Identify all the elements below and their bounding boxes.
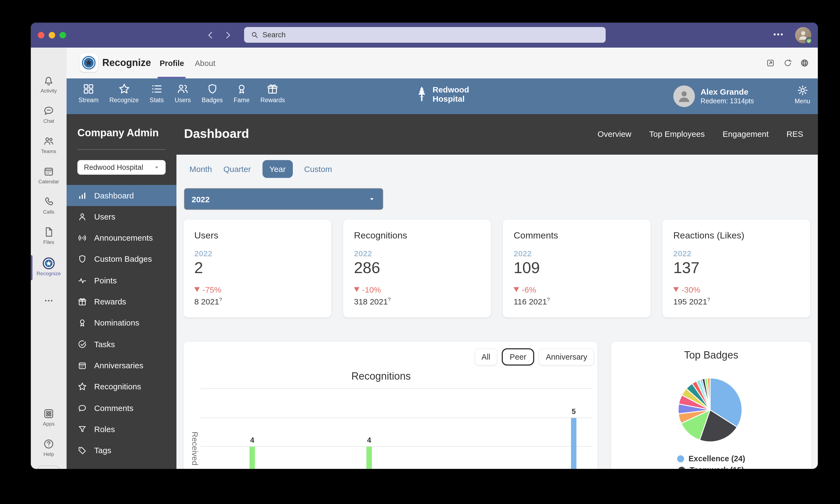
window-titlebar: Search •••	[31, 23, 818, 48]
app-title: Recognize	[102, 57, 151, 69]
nav-item-recognize[interactable]: Recognize	[104, 78, 144, 114]
refresh-icon[interactable]	[783, 58, 792, 68]
sidebar-item-anniversaries[interactable]: Anniversaries	[67, 355, 176, 376]
dashboard-header: Dashboard Overview Top Employees Engagem…	[176, 114, 818, 155]
filter-anniversary-button[interactable]: Anniversary	[539, 348, 594, 365]
sidebar-item-custom-badges[interactable]: Custom Badges	[67, 248, 176, 269]
hint-icon[interactable]: ?	[388, 296, 391, 302]
search-input[interactable]: Search	[244, 27, 606, 43]
rail-item-recognize[interactable]: Recognize	[31, 257, 67, 276]
nav-item-stats[interactable]: Stats	[144, 78, 169, 114]
account-avatar[interactable]	[795, 27, 811, 43]
user-profile-menu[interactable]: Alex Grande Redeem: 1314pts	[673, 86, 754, 107]
sidebar-item-points[interactable]: Points	[67, 270, 176, 291]
screen: Search ••• Activity Chat Teams	[0, 0, 840, 504]
year-select[interactable]: 2022	[184, 188, 383, 210]
medal-icon	[77, 318, 87, 327]
rail-item-calls[interactable]: Calls	[31, 196, 67, 215]
popout-icon[interactable]	[766, 58, 775, 68]
globe-icon[interactable]	[800, 58, 809, 68]
nav-item-users[interactable]: Users	[169, 78, 196, 114]
tab-profile[interactable]: Profile	[160, 59, 184, 68]
sidebar-item-recognitions[interactable]: Recognitions	[67, 376, 176, 397]
period-tab-year[interactable]: Year	[262, 160, 293, 178]
gift-icon	[77, 296, 87, 306]
legend-item-teamwork[interactable]: Teamwork (15)	[611, 466, 811, 469]
teams-window: Search ••• Activity Chat Teams	[31, 23, 818, 469]
down-triangle-icon	[194, 287, 200, 292]
list-icon	[151, 83, 163, 95]
close-window-button[interactable]	[38, 32, 45, 38]
nav-item-rewards[interactable]: Rewards	[255, 78, 291, 114]
nav-item-badges[interactable]: Badges	[196, 78, 228, 114]
hint-icon[interactable]: ?	[547, 296, 550, 302]
nav-item-stream[interactable]: Stream	[73, 78, 104, 114]
rail-item-chat[interactable]: Chat	[31, 105, 67, 124]
rail-item-apps[interactable]: Apps	[31, 408, 67, 427]
down-triangle-icon	[354, 287, 360, 292]
rail-item-activity[interactable]: Activity	[31, 75, 67, 93]
recognize-logo-icon	[43, 257, 55, 269]
hint-icon[interactable]: ?	[219, 296, 222, 302]
funnel-icon	[77, 424, 87, 434]
period-tab-month[interactable]: Month	[189, 164, 212, 174]
zoom-window-button[interactable]	[59, 32, 66, 38]
sidebar-item-dashboard[interactable]: Dashboard	[67, 185, 176, 206]
filter-peer-button[interactable]: Peer	[502, 348, 535, 365]
tag-icon	[77, 445, 87, 455]
nav-item-fame[interactable]: Fame	[228, 78, 255, 114]
bell-icon	[43, 75, 55, 87]
sidebar-item-users[interactable]: Users	[67, 206, 176, 227]
svg-text:5: 5	[572, 408, 576, 416]
tab-about[interactable]: About	[195, 59, 215, 68]
sidebar-item-announcements[interactable]: Announcements	[67, 227, 176, 248]
company-logo: Redwood Hospital	[415, 85, 469, 103]
app-header: Recognize Profile About	[67, 48, 818, 78]
minimize-window-button[interactable]	[49, 32, 55, 38]
dash-link-engagement[interactable]: Engagement	[722, 129, 769, 139]
nav-menu-button[interactable]: Menu	[794, 84, 810, 104]
sidebar-item-comments[interactable]: Comments	[67, 397, 176, 418]
pie-legend: Excellence (24) Teamwork (15)	[611, 454, 811, 469]
stat-card-comments: Comments 2022 109 -6% 116 2021?	[503, 219, 651, 318]
user-avatar	[673, 86, 695, 107]
rail-item-calendar[interactable]: Calendar	[31, 165, 67, 184]
rail-item-teams[interactable]: Teams	[31, 135, 67, 154]
period-tab-custom[interactable]: Custom	[304, 164, 332, 174]
rail-item-files[interactable]: Files	[31, 226, 67, 245]
filter-all-button[interactable]: All	[474, 348, 497, 365]
forward-icon[interactable]	[223, 30, 233, 40]
rail-more-apps[interactable]	[31, 295, 67, 306]
calendar-icon	[43, 165, 55, 177]
back-icon[interactable]	[205, 30, 216, 40]
dash-link-results[interactable]: RES	[786, 129, 803, 139]
more-options-icon[interactable]: •••	[773, 30, 784, 38]
page-title: Dashboard	[184, 127, 249, 141]
sidebar-item-roles[interactable]: Roles	[67, 418, 176, 440]
sidebar-item-rewards[interactable]: Rewards	[67, 291, 176, 312]
dash-link-top-employees[interactable]: Top Employees	[649, 129, 705, 139]
search-placeholder: Search	[262, 31, 286, 39]
hint-icon[interactable]: ?	[707, 296, 710, 302]
sidebar-item-tasks[interactable]: Tasks	[67, 334, 176, 355]
period-tab-quarter[interactable]: Quarter	[223, 164, 251, 174]
user-name: Alex Grande	[701, 87, 754, 97]
chat-icon	[43, 105, 55, 117]
dash-link-overview[interactable]: Overview	[597, 129, 631, 139]
stat-cards-row: Users 2022 2 -75% 8 2021? Recognitions 2…	[183, 219, 810, 318]
company-select[interactable]: Redwood Hospital	[77, 160, 165, 175]
file-icon	[43, 226, 55, 238]
teams-app-rail: Activity Chat Teams Calendar Calls Files	[31, 48, 67, 469]
mobile-app-button[interactable]	[37, 466, 60, 469]
people-icon	[43, 135, 55, 147]
recognize-nav-bar: Stream Recognize Stats Users Badges	[67, 78, 818, 114]
sidebar-item-nominations[interactable]: Nominations	[67, 312, 176, 333]
sidebar-item-tags[interactable]: Tags	[67, 440, 176, 461]
shield-icon	[77, 254, 87, 264]
legend-item-excellence[interactable]: Excellence (24)	[611, 454, 811, 463]
stat-card-reactions: Reactions (Likes) 2022 137 -30% 195 2021…	[663, 219, 810, 318]
svg-text:4: 4	[250, 436, 254, 444]
help-icon	[43, 438, 55, 450]
rail-item-help[interactable]: Help	[31, 438, 67, 457]
gear-icon	[796, 84, 809, 97]
